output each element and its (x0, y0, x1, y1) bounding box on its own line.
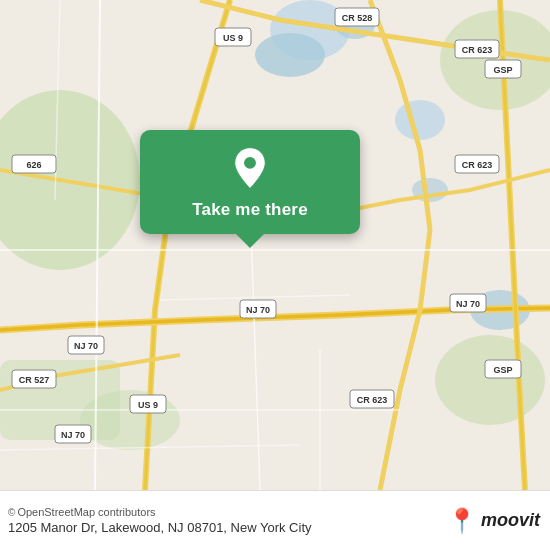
svg-text:NJ 70: NJ 70 (74, 341, 98, 351)
map-background: US 9 NJ 70 NJ 70 NJ 70 CR 528 CR 623 CR … (0, 0, 550, 490)
moovit-text: moovit (481, 510, 540, 531)
svg-text:US 9: US 9 (138, 400, 158, 410)
svg-text:NJ 70: NJ 70 (456, 299, 480, 309)
svg-point-48 (244, 157, 256, 169)
location-pin-icon (228, 146, 272, 190)
svg-text:CR 623: CR 623 (462, 160, 493, 170)
svg-text:GSP: GSP (493, 365, 512, 375)
map-container: US 9 NJ 70 NJ 70 NJ 70 CR 528 CR 623 CR … (0, 0, 550, 490)
svg-text:626: 626 (26, 160, 41, 170)
cta-overlay[interactable]: Take me there (140, 130, 360, 234)
cta-button-label[interactable]: Take me there (192, 200, 308, 220)
moovit-pin-icon: 📍 (447, 507, 477, 535)
svg-text:CR 623: CR 623 (357, 395, 388, 405)
svg-point-5 (395, 100, 445, 140)
svg-text:GSP: GSP (493, 65, 512, 75)
svg-text:CR 528: CR 528 (342, 13, 373, 23)
svg-text:NJ 70: NJ 70 (61, 430, 85, 440)
moovit-logo-area: 📍 moovit (447, 507, 540, 535)
copyright-icon: © (8, 507, 15, 518)
osm-copyright: OpenStreetMap contributors (17, 506, 155, 518)
svg-text:US 9: US 9 (223, 33, 243, 43)
footer-content: © OpenStreetMap contributors 1205 Manor … (8, 506, 312, 535)
svg-point-8 (255, 33, 325, 77)
svg-text:CR 527: CR 527 (19, 375, 50, 385)
svg-point-3 (435, 335, 545, 425)
footer-address: 1205 Manor Dr, Lakewood, NJ 08701, New Y… (8, 520, 312, 535)
copyright-row: © OpenStreetMap contributors (8, 506, 312, 518)
svg-text:NJ 70: NJ 70 (246, 305, 270, 315)
svg-text:CR 623: CR 623 (462, 45, 493, 55)
footer-bar: © OpenStreetMap contributors 1205 Manor … (0, 490, 550, 550)
